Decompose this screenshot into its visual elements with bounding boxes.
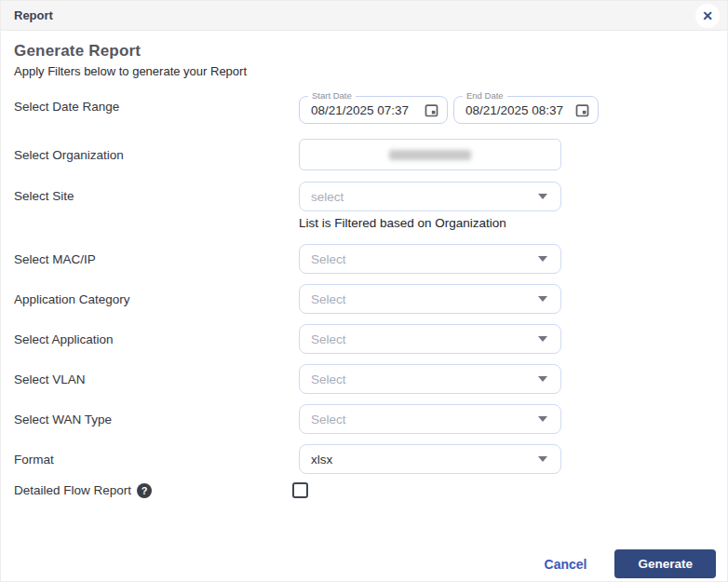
calendar-icon[interactable] — [424, 102, 439, 118]
vlan-select[interactable]: Select — [299, 364, 561, 394]
date-fields: Start Date End Date — [299, 89, 599, 124]
end-date-float-label: End Date — [463, 90, 507, 101]
start-date-float-label: Start Date — [308, 90, 356, 101]
page-title: Generate Report — [14, 42, 714, 61]
organization-label: Select Organization — [14, 148, 299, 162]
application-select-placeholder: Select — [311, 332, 346, 346]
chevron-down-icon — [538, 256, 547, 262]
generate-button[interactable]: Generate — [614, 549, 716, 578]
row-app-category: Application Category Select — [14, 284, 714, 314]
detailed-flow-checkbox[interactable] — [292, 482, 308, 498]
close-button[interactable]: ✕ — [695, 4, 720, 28]
format-select-value: xlsx — [311, 453, 332, 467]
start-date-input[interactable] — [311, 103, 417, 117]
row-format: Format xlsx — [14, 444, 714, 474]
row-detailed-flow: Detailed Flow Report ? — [14, 482, 714, 498]
chevron-down-icon — [538, 416, 547, 422]
end-date-input[interactable] — [465, 103, 572, 117]
vlan-select-placeholder: Select — [311, 372, 346, 386]
mac-ip-select[interactable]: Select — [299, 244, 561, 274]
cancel-button[interactable]: Cancel — [545, 557, 587, 572]
date-range-label: Select Date Range — [14, 100, 299, 114]
app-category-select-placeholder: Select — [311, 292, 346, 306]
modal-title: Report — [14, 8, 53, 22]
organization-value-redacted — [389, 150, 471, 160]
application-select[interactable]: Select — [299, 324, 561, 354]
chevron-down-icon — [538, 194, 547, 199]
detailed-flow-label-group: Detailed Flow Report ? — [14, 483, 299, 498]
site-select[interactable]: select — [299, 182, 561, 211]
end-date-field[interactable]: End Date — [453, 96, 599, 124]
site-control: select List is Filtered based on Organiz… — [299, 182, 561, 230]
start-date-field[interactable]: Start Date — [299, 96, 448, 124]
application-label: Select Application — [14, 332, 299, 346]
chevron-down-icon — [538, 376, 547, 382]
row-organization: Select Organization — [14, 139, 714, 170]
chevron-down-icon — [538, 456, 547, 462]
modal-content: Generate Report Apply Filters below to g… — [1, 31, 727, 498]
mac-ip-select-placeholder: Select — [311, 252, 346, 266]
row-vlan: Select VLAN Select — [14, 364, 714, 394]
detailed-flow-label: Detailed Flow Report — [14, 483, 131, 497]
site-select-placeholder: select — [311, 190, 344, 204]
report-modal: Report ✕ Generate Report Apply Filters b… — [0, 0, 728, 582]
wan-type-select[interactable]: Select — [299, 404, 561, 434]
site-label: Select Site — [14, 182, 299, 203]
help-icon[interactable]: ? — [137, 483, 152, 498]
close-icon: ✕ — [702, 9, 713, 22]
row-site: Select Site select List is Filtered base… — [14, 182, 714, 230]
page-subtitle: Apply Filters below to generate your Rep… — [14, 64, 714, 78]
row-mac-ip: Select MAC/IP Select — [14, 244, 714, 274]
row-application: Select Application Select — [14, 324, 714, 354]
row-date-range: Select Date Range Start Date En — [14, 89, 714, 124]
mac-ip-label: Select MAC/IP — [14, 252, 299, 266]
site-helper-text: List is Filtered based on Organization — [299, 216, 561, 230]
app-category-select[interactable]: Select — [299, 284, 561, 314]
wan-type-label: Select WAN Type — [14, 413, 299, 426]
modal-header: Report ✕ — [1, 1, 727, 31]
chevron-down-icon — [538, 296, 547, 302]
help-icon-glyph: ? — [142, 485, 148, 496]
calendar-icon[interactable] — [574, 102, 590, 118]
vlan-label: Select VLAN — [14, 372, 299, 386]
app-category-label: Application Category — [14, 292, 299, 306]
row-wan-type: Select WAN Type Select — [14, 404, 714, 434]
modal-footer: Cancel Generate — [545, 549, 716, 578]
chevron-down-icon — [538, 336, 547, 342]
format-select[interactable]: xlsx — [299, 444, 561, 474]
organization-input[interactable] — [299, 139, 561, 170]
format-label: Format — [14, 453, 299, 467]
wan-type-select-placeholder: Select — [311, 413, 346, 426]
report-filter-form: Select Date Range Start Date En — [14, 89, 714, 498]
